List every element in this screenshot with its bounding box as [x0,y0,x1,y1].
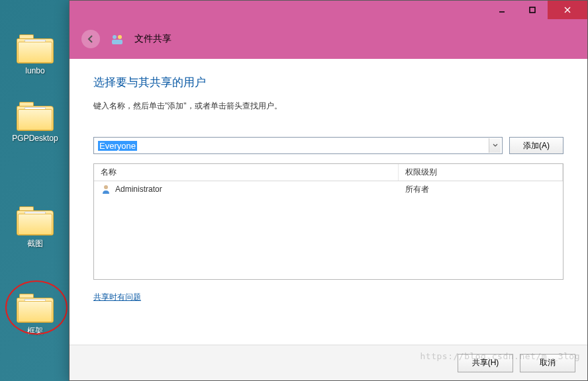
table-row[interactable]: Administrator 所有者 [94,181,563,197]
column-header-name[interactable]: 名称 [94,164,399,181]
combobox-dropdown-button[interactable] [489,138,501,153]
chevron-down-icon [493,144,498,148]
titlebar [70,1,587,19]
dialog-content: 选择要与其共享的用户 键入名称，然后单击"添加"，或者单击箭头查找用户。 Eve… [70,59,587,380]
minimize-icon [498,6,506,14]
desktop-icon-label: lunbo [9,66,61,75]
cell-permission: 所有者 [399,183,563,196]
svg-rect-6 [112,40,122,44]
cell-name-text: Administrator [115,185,162,194]
column-header-permission[interactable]: 权限级别 [399,164,563,181]
watermark-text: https://blog.csdn.net/m__3log [420,351,580,361]
folder-icon [17,206,54,235]
desktop-icon-label: 截图 [9,238,61,249]
folder-icon [17,102,54,131]
minimize-button[interactable] [487,1,517,19]
svg-point-4 [113,35,117,39]
dialog-title: 文件共享 [134,33,172,45]
content-heading: 选择要与其共享的用户 [93,75,564,90]
desktop-icon-lunbo[interactable]: lunbo [9,34,61,75]
folder-icon [17,294,54,323]
cell-name: Administrator [94,183,399,196]
back-button[interactable] [81,30,100,48]
add-button[interactable]: 添加(A) [509,137,564,154]
desktop-icon-label: PGPDesktop [9,134,61,143]
combobox-value: Everyone [98,141,137,151]
dialog-footer: 共享(H) 取消 [70,345,587,380]
share-icon [111,32,124,46]
dialog-header: 文件共享 [70,19,587,59]
user-combobox[interactable]: Everyone [93,137,503,154]
desktop-icon-label: 框架 [9,325,61,337]
desktop-icon-framework[interactable]: 框架 [9,294,61,337]
file-sharing-dialog: 文件共享 选择要与其共享的用户 键入名称，然后单击"添加"，或者单击箭头查找用户… [69,0,588,381]
user-icon [101,184,111,194]
desktop-icon-pgpdesktop[interactable]: PGPDesktop [9,102,61,143]
svg-point-5 [118,35,122,39]
back-arrow-icon [86,34,95,44]
desktop-icon-screenshot[interactable]: 截图 [9,206,61,249]
table-header: 名称 权限级别 [94,164,563,181]
instruction-text: 键入名称，然后单击"添加"，或者单击箭头查找用户。 [93,101,564,112]
help-link[interactable]: 共享时有问题 [93,292,141,303]
svg-point-7 [104,185,108,189]
permissions-table: 名称 权限级别 Administrator 所有者 [93,163,564,280]
close-icon [564,6,571,14]
close-button[interactable] [548,1,587,19]
svg-rect-1 [530,7,535,13]
user-input-row: Everyone 添加(A) [93,137,564,154]
maximize-icon [528,6,536,14]
maximize-button[interactable] [517,1,548,19]
folder-icon [17,34,54,64]
